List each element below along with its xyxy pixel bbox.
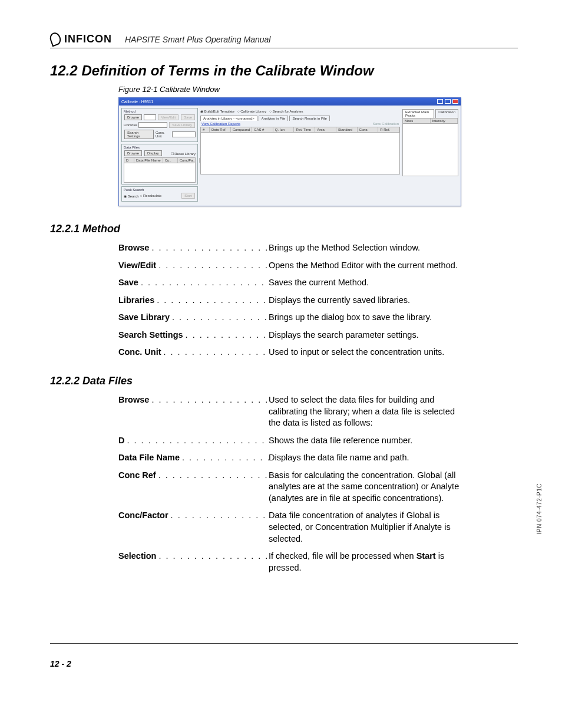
recalc-radio[interactable]: ○ Recalculate xyxy=(140,194,162,197)
definition-term: Data File Name xyxy=(118,452,180,464)
concunit-label: Conc. Unit xyxy=(156,131,171,138)
definition-desc: Saves the current Method. xyxy=(269,277,469,289)
leader-dots: . . . . . . . . . . . . . . . . . . . . … xyxy=(156,470,269,482)
definition-item: Data File Name. . . . . . . . . . . . . … xyxy=(118,452,518,464)
maximize-icon[interactable] xyxy=(445,99,451,104)
tab-results[interactable]: Search Results in File xyxy=(289,116,329,121)
datafiles-group: Data Files Browse Display ☐ Reset Librar… xyxy=(121,144,198,185)
browse-button[interactable]: Browse xyxy=(124,114,142,120)
definition-item: Libraries. . . . . . . . . . . . . . . .… xyxy=(118,295,518,307)
manual-title: HAPSITE Smart Plus Operating Manual xyxy=(125,35,270,45)
definition-item: View/Edit. . . . . . . . . . . . . . . .… xyxy=(118,260,518,272)
leader-dots: . . . . . . . . . . . . . . . . . . . . … xyxy=(154,295,269,307)
definition-desc: Brings up the Method Selection window. xyxy=(269,242,469,254)
callib-radio[interactable]: ○ Calibrate Library xyxy=(237,110,266,113)
definition-term: Save xyxy=(118,277,138,289)
browse-datafile-button[interactable]: Browse xyxy=(124,150,142,156)
footer-rule xyxy=(50,643,518,644)
viewedit-button[interactable]: View/Edit xyxy=(158,114,178,120)
searchan-radio-label: Search for Analytes xyxy=(273,110,303,113)
subsection-datafiles-heading: 12.2.2 Data Files xyxy=(50,375,518,387)
page-number: 12 - 2 xyxy=(50,659,71,668)
col-rettime: Ret. Time xyxy=(294,127,315,132)
save-button[interactable]: Save xyxy=(181,114,195,120)
mode-radio-row: ◉ Build/Edit Template ○ Calibrate Librar… xyxy=(200,108,400,114)
datafiles-grid-header: D Data File Name Co.. Conc/Fa.. Sel.. xyxy=(124,157,196,163)
definition-desc: Displays the currently saved libraries. xyxy=(269,295,469,307)
window-titlebar: Calibrate : H9311 xyxy=(119,98,461,106)
definition-term: Browse xyxy=(118,394,149,406)
method-field[interactable] xyxy=(144,114,156,120)
save-cal-link[interactable]: Save Calibration xyxy=(373,122,399,126)
build-radio[interactable]: ◉ Build/Edit Template xyxy=(200,110,234,113)
peaksearch-group: Peak Search ◉ Search ○ Recalculate Start xyxy=(121,186,198,202)
col-num: # xyxy=(201,127,210,132)
definition-term: Conc Ref xyxy=(118,470,156,482)
col-standard: Standard xyxy=(336,127,358,132)
page-header: INFICON HAPSITE Smart Plus Operating Man… xyxy=(50,32,518,48)
definition-term: Libraries xyxy=(118,295,154,307)
definition-item: Save. . . . . . . . . . . . . . . . . . … xyxy=(118,277,518,289)
minimize-icon[interactable] xyxy=(437,99,443,104)
method-group-label: Method xyxy=(124,110,196,113)
search-radio[interactable]: ◉ Search xyxy=(124,194,139,198)
calibrate-window-screenshot: Calibrate : H9311 Method Browse View/Edi… xyxy=(118,97,461,206)
figure-caption: Figure 12-1 Calibrate Window xyxy=(118,85,518,94)
definition-desc: Used to select the data files for buildi… xyxy=(269,394,469,429)
definition-desc: Used to input or select the concentratio… xyxy=(269,347,469,358)
col-cas: CAS # xyxy=(252,127,273,132)
peaks-grid-header: Mass Intensity xyxy=(402,118,458,124)
callib-radio-label: Calibrate Library xyxy=(240,110,266,113)
savelib-button[interactable]: Save Library xyxy=(169,122,195,128)
definition-item: Browse. . . . . . . . . . . . . . . . . … xyxy=(118,394,518,429)
libraries-select[interactable] xyxy=(138,122,167,128)
col-mass: Mass xyxy=(403,118,431,123)
display-button[interactable]: Display xyxy=(144,150,162,156)
definition-item: Search Settings. . . . . . . . . . . . .… xyxy=(118,330,518,341)
definition-desc: Data file concentration of analytes if G… xyxy=(269,510,469,545)
tab-peaks[interactable]: Extracted Main Peaks xyxy=(402,109,434,118)
datafiles-grid-body[interactable] xyxy=(124,163,196,183)
leader-dots: . . . . . . . . . . . . . . . . . . . . … xyxy=(170,312,269,324)
definition-item: D. . . . . . . . . . . . . . . . . . . .… xyxy=(118,435,518,447)
leader-dots: . . . . . . . . . . . . . . . . . . . . … xyxy=(161,347,269,358)
definition-desc: Displays the search parameter settings. xyxy=(269,330,469,341)
definition-term: View/Edit xyxy=(118,260,156,272)
leader-dots: . . . . . . . . . . . . . . . . . . . . … xyxy=(149,394,269,406)
col-d: D xyxy=(124,158,134,163)
definition-desc: If checked, file will be processed when … xyxy=(269,551,469,574)
col-dataref: Data Ref. xyxy=(210,127,231,132)
leader-dots: . . . . . . . . . . . . . . . . . . . . … xyxy=(124,435,269,447)
definition-item: Save Library. . . . . . . . . . . . . . … xyxy=(118,312,518,324)
definition-term: Save Library xyxy=(118,312,170,324)
col-rref: R Ref. xyxy=(378,127,399,132)
definition-item: Browse. . . . . . . . . . . . . . . . . … xyxy=(118,242,518,254)
start-button[interactable]: Start xyxy=(181,193,195,199)
definition-term: D xyxy=(118,435,124,447)
definitions-method: Browse. . . . . . . . . . . . . . . . . … xyxy=(118,242,518,358)
concunit-select[interactable] xyxy=(172,131,196,137)
definition-desc: Shows the data file reference number. xyxy=(269,435,469,447)
window-buttons xyxy=(437,99,458,104)
definition-desc: Basis for calculating the concentration.… xyxy=(269,470,469,505)
definition-item: Conc Ref. . . . . . . . . . . . . . . . … xyxy=(118,470,518,505)
definitions-datafiles: Browse. . . . . . . . . . . . . . . . . … xyxy=(118,394,518,574)
resetlib-label: Reset Library xyxy=(174,152,196,156)
analytes-grid-body[interactable] xyxy=(200,133,400,174)
definition-desc: Brings up the dialog box to save the lib… xyxy=(269,312,469,324)
peaks-grid-body[interactable] xyxy=(402,124,458,176)
resetlib-checkbox[interactable]: ☐ Reset Library xyxy=(171,151,196,156)
searchsettings-button[interactable]: Search Settings xyxy=(124,130,154,139)
tab-analytes-file[interactable]: Analytes in File xyxy=(259,116,289,121)
tab-analytes-lib[interactable]: Analytes in Library - <unnamed> xyxy=(200,116,257,121)
close-icon[interactable] xyxy=(452,99,458,104)
section-title: 12.2 Definition of Terms in the Calibrat… xyxy=(50,62,518,79)
searchan-radio[interactable]: ○ Search for Analytes xyxy=(269,110,303,113)
view-reports-link[interactable]: View Calibration Reports xyxy=(201,122,240,126)
definition-term: Selection xyxy=(118,551,156,562)
logo-icon xyxy=(48,31,62,47)
definition-item: Conc/Factor. . . . . . . . . . . . . . .… xyxy=(118,510,518,545)
tab-calibration[interactable]: Calibration xyxy=(435,109,458,118)
analytes-grid-header: # Data Ref. Compound CAS # Q. Ion Ret. T… xyxy=(200,127,400,133)
definition-item: Conc. Unit. . . . . . . . . . . . . . . … xyxy=(118,347,518,358)
